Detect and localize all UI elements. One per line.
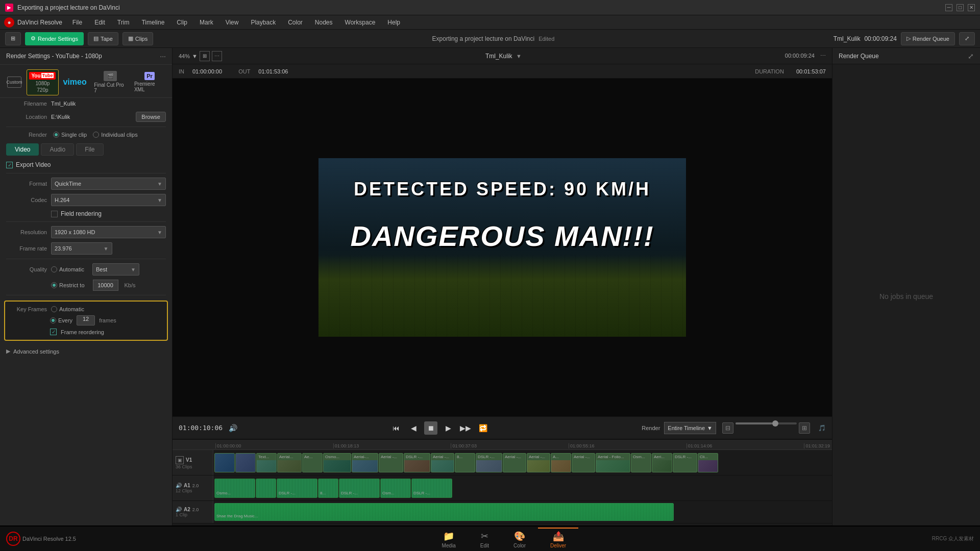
zoom-options-icon[interactable]: ⋯ — [212, 51, 222, 61]
audio-clip-item[interactable]: Osmo... — [214, 479, 255, 498]
zoom-out-icon[interactable]: ⊟ — [722, 422, 733, 434]
keyframes-every-option[interactable]: Every — [50, 317, 72, 323]
clip-item[interactable]: Osmo... — [323, 453, 351, 472]
resolution-dropdown[interactable]: 980 x 551 HD ▼ — [51, 226, 166, 238]
expand-icon[interactable]: ⤢ — [968, 52, 974, 60]
menu-color[interactable]: Color — [286, 18, 305, 27]
menu-edit[interactable]: Edit — [92, 18, 107, 27]
menu-timeline[interactable]: Timeline — [139, 18, 166, 27]
finalcut-preset-button[interactable]: 🎬 Final Cut Pro 7 — [91, 69, 129, 95]
render-scope-dropdown[interactable]: Entire Timeline ▼ — [664, 422, 716, 434]
tab-audio[interactable]: Audio — [41, 143, 74, 156]
clip-item[interactable]: DSLR -... — [476, 453, 502, 472]
tab-media[interactable]: 📁 Media — [430, 528, 468, 550]
step-forward-button[interactable]: ▶▶ — [459, 421, 472, 435]
loop-button[interactable]: 🔁 — [476, 421, 489, 435]
menu-nodes[interactable]: Nodes — [313, 18, 335, 27]
zoom-slider[interactable] — [736, 422, 797, 424]
maximize-button[interactable]: □ — [957, 4, 964, 11]
panel-menu-icon[interactable]: ··· — [160, 52, 166, 60]
preview-zoom-control[interactable]: 44% ▼ ⊞ ⋯ — [179, 51, 222, 61]
menu-clip[interactable]: Clip — [175, 18, 189, 27]
clip-item[interactable]: Aerial - Folio... — [596, 453, 630, 472]
individual-clips-radio[interactable] — [93, 132, 99, 138]
keyframes-auto-option[interactable]: Automatic — [51, 306, 84, 312]
audio2-clip-item[interactable]: Shae the Drag Music... — [214, 503, 674, 521]
menu-workspace[interactable]: Workspace — [343, 18, 378, 27]
clip-item[interactable]: Aerial-... — [352, 453, 378, 472]
restrict-radio[interactable] — [51, 282, 57, 288]
clip-item[interactable]: Aerial -... — [431, 453, 454, 472]
clip-item[interactable]: Ae... — [302, 453, 323, 472]
expand-button[interactable]: ⤢ — [959, 32, 975, 45]
audio-clip-item[interactable]: DSLR -... — [411, 479, 452, 498]
advanced-settings-row[interactable]: ▶ Advanced settings — [0, 344, 172, 359]
dropdown-indicator-icon[interactable]: ▼ — [516, 53, 522, 59]
stop-button[interactable]: ⏹ — [424, 421, 437, 435]
clip-item[interactable]: Osm... — [631, 453, 651, 472]
single-clip-option[interactable]: Single clip — [53, 132, 87, 138]
quality-auto-option[interactable]: Automatic — [51, 266, 84, 272]
audio-clip-item[interactable]: DSLR -... — [277, 479, 317, 498]
play-button[interactable]: ▶ — [442, 421, 455, 435]
clips-button[interactable]: ▦ Clips — [122, 32, 153, 45]
tab-edit[interactable]: ✂ Edit — [468, 528, 501, 550]
menu-trim[interactable]: Trim — [115, 18, 132, 27]
render-settings-button[interactable]: ⚙ Render Settings — [25, 32, 84, 45]
single-clip-radio[interactable] — [53, 132, 59, 138]
restrict-option[interactable]: Restrict to — [51, 282, 85, 288]
clip-item[interactable]: 8... — [455, 453, 475, 472]
keyframes-auto-radio[interactable] — [51, 306, 57, 312]
youtube-preset-button[interactable]: YouTube 1080p 720p — [27, 69, 59, 95]
audio-clip-item[interactable]: DSLR -... — [339, 479, 380, 498]
vimeo-preset-button[interactable]: vimeo — [61, 76, 89, 89]
quality-best-dropdown[interactable]: Best ▼ — [92, 263, 139, 276]
tab-file[interactable]: File — [76, 143, 103, 156]
keyframes-every-radio[interactable] — [50, 317, 56, 323]
clip-item[interactable]: Aerial... — [277, 453, 302, 472]
restrict-input[interactable]: 10000 — [93, 280, 118, 291]
minimize-button[interactable]: ─ — [945, 4, 952, 11]
tab-video[interactable]: Video — [6, 143, 39, 156]
track-resize-icon[interactable]: ▣ — [176, 456, 184, 464]
quality-auto-radio[interactable] — [51, 266, 57, 272]
menu-view[interactable]: View — [224, 18, 241, 27]
frame-reordering-checkbox[interactable] — [50, 329, 57, 335]
framerate-dropdown[interactable]: 23.976 ▼ — [51, 242, 112, 255]
clip-item[interactable]: Aeri... — [652, 453, 672, 472]
menu-help[interactable]: Help — [385, 18, 402, 27]
audio-clip-item[interactable]: Osm... — [380, 479, 411, 498]
clip-item[interactable]: Aerial -... — [379, 453, 403, 472]
preview-timecode-options-icon[interactable]: ⋯ — [820, 53, 826, 59]
audio-clip-item[interactable]: 8... — [318, 479, 338, 498]
toolbar-icon-btn[interactable]: ⊞ — [5, 32, 21, 45]
clip-item[interactable]: A... — [551, 453, 571, 472]
clip-item[interactable] — [235, 453, 256, 472]
field-rendering-checkbox[interactable] — [51, 211, 58, 217]
export-video-checkbox[interactable] — [6, 162, 13, 168]
skip-start-button[interactable]: ⏮ — [389, 421, 403, 435]
menu-file[interactable]: File — [70, 18, 84, 27]
clip-item[interactable]: Aerial -... — [527, 453, 550, 472]
menu-playback[interactable]: Playback — [249, 18, 278, 27]
menu-mark[interactable]: Mark — [198, 18, 215, 27]
filename-value[interactable]: Tml_Kulik — [51, 101, 166, 107]
audio-icon[interactable]: 🎵 — [818, 424, 826, 432]
volume-icon[interactable]: 🔊 — [229, 424, 237, 432]
keyframes-every-input[interactable]: 12 — [77, 315, 95, 325]
clip-item[interactable]: Aerial -... — [572, 453, 595, 472]
tape-button[interactable]: ▤ Tape — [88, 32, 118, 45]
tab-deliver[interactable]: 📤 Deliver — [538, 528, 578, 550]
individual-clips-option[interactable]: Individual clips — [93, 132, 138, 138]
clip-item[interactable]: DSLR -... — [404, 453, 430, 472]
close-button[interactable]: ✕ — [968, 4, 975, 11]
clip-item[interactable]: T... — [214, 453, 235, 472]
browse-button[interactable]: Browse — [136, 112, 166, 122]
clip-item[interactable]: Aerial -... — [503, 453, 526, 472]
render-queue-button[interactable]: ▷ Render Queue — [901, 32, 955, 45]
zoom-fit-icon[interactable]: ⊞ — [200, 51, 210, 61]
clip-item[interactable]: DSLR -... — [673, 453, 697, 472]
custom-preset-button[interactable]: Custom — [4, 74, 24, 90]
zoom-in-icon[interactable]: ⊞ — [799, 422, 810, 434]
premiere-preset-button[interactable]: Pr Premiere XML — [131, 70, 168, 94]
